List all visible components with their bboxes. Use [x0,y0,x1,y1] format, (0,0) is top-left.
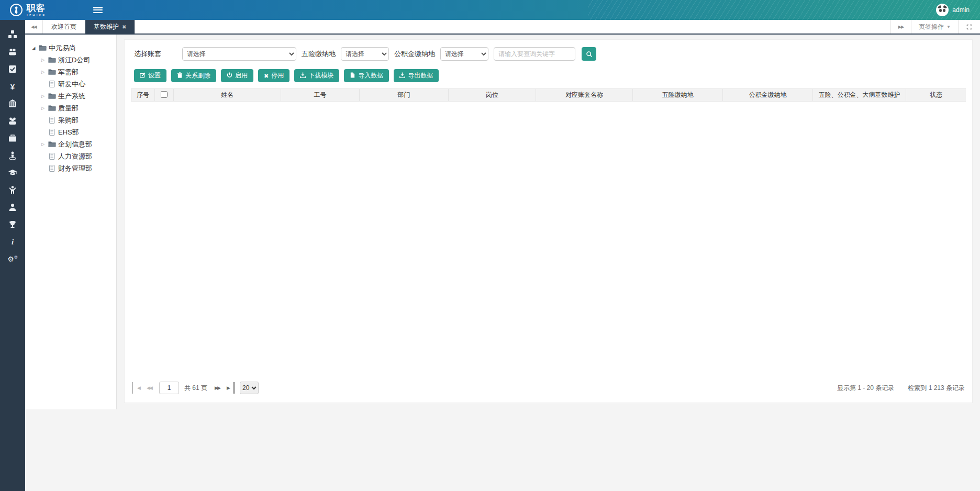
tree-item-企划信息部[interactable]: ▷企划信息部 [30,138,116,150]
tree-collapse-icon[interactable]: ▷ [40,142,46,147]
tree-item-label: EHS部 [58,128,79,137]
关系删除-button[interactable]: 关系删除 [171,69,216,82]
导入数据-button[interactable]: 导入数据 [344,69,389,82]
yen-icon[interactable]: ¥ [8,82,17,91]
trash-icon [177,72,183,80]
page-size-select[interactable]: 20 [240,382,259,394]
chevron-down-icon: ▼ [946,25,951,29]
启用-button[interactable]: 启用 [221,69,253,82]
tab-基数维护[interactable]: 基数维护✖ [85,20,135,34]
tree-item-label: 财务管理部 [58,164,92,173]
col-header-1: 姓名 [174,89,281,102]
设置-button[interactable]: 设置 [134,69,166,82]
street-view-icon[interactable] [8,151,17,160]
last-page-button[interactable]: ▶ [223,382,235,394]
tree-item-军需部[interactable]: ▷军需部 [30,66,116,78]
停用-button[interactable]: ✖停用 [258,69,289,82]
button-label: 下载模块 [308,71,333,80]
hamburger-icon[interactable] [93,7,103,13]
child-icon[interactable] [8,186,17,194]
select-all-checkbox[interactable] [161,91,168,98]
tree-item-label: 军需部 [58,68,79,77]
col-header-5: 对应账套名称 [536,89,633,102]
page-number-input[interactable] [159,382,179,394]
tree-item-label: 质量部 [58,104,79,113]
sitemap-icon[interactable] [8,30,17,39]
account-select[interactable]: 请选择 [182,47,296,61]
button-label: 导出数据 [408,71,433,80]
top-header: 职客 IZHIKE admin [0,0,980,20]
check-square-icon[interactable] [8,65,17,73]
records-found-label: 检索到 1 213 条记录 [908,384,965,393]
folder-icon [48,141,56,148]
tab-欢迎首页[interactable]: 欢迎首页 [43,20,85,34]
folder-icon [48,69,56,75]
tree-item-EHS部[interactable]: EHS部 [30,126,116,138]
team-icon[interactable] [8,48,17,56]
button-label: 停用 [271,71,284,80]
tabs-scroll-right-icon[interactable]: ▶▶ [890,20,911,34]
briefcase-icon[interactable] [8,134,17,142]
logo-subtext: IZHIKE [27,14,46,17]
tree-item-人力资源部[interactable]: 人力资源部 [30,150,116,162]
pagination-bar: ◀ ◀◀ 共 61 页 ▶▶ ▶ 20 显示第 1 - 20 条记录 检索到 1… [125,375,972,403]
col-header-8: 五险、公积金、大病基数维护 [813,89,906,102]
button-label: 导入数据 [358,71,383,80]
filter-bar: 选择账套 请选择 五险缴纳地 请选择 公积金缴纳地 请选择 [125,40,972,64]
col-header-3: 部门 [360,89,449,102]
account-filter-label: 选择账套 [134,49,161,59]
export-icon [399,72,405,80]
main-panel: 选择账套 请选择 五险缴纳地 请选择 公积金缴纳地 请选择 设置关系删除启用✖停… [124,39,973,403]
fund-place-select[interactable]: 请选择 [440,47,488,61]
info-icon[interactable]: i [8,238,17,246]
folder-icon [48,93,56,99]
search-input[interactable] [494,47,575,61]
edit-icon [140,72,146,80]
tree-item-label: 生产系统 [58,92,85,101]
tree-collapse-icon[interactable]: ▷ [40,106,46,110]
tree-collapse-icon[interactable]: ▷ [40,94,46,98]
avatar[interactable] [936,4,949,16]
folder-icon [48,105,56,111]
group-icon[interactable] [8,117,17,125]
employee-table: 序号姓名工号部门岗位对应账套名称五险缴纳地公积金缴纳地五险、公积金、大病基数维护… [131,88,966,102]
bank-icon[interactable] [8,99,17,108]
col-header-7: 公积金缴纳地 [723,89,813,102]
logo-circle-tie-icon [9,3,23,17]
graduation-cap-icon[interactable] [8,169,17,177]
next-page-button[interactable]: ▶▶ [211,382,223,394]
col-header-checkbox [155,89,174,102]
button-label: 启用 [235,71,248,80]
stop-icon: ✖ [264,72,269,80]
tab-operations-dropdown[interactable]: 页签操作▼ [911,20,958,34]
tabs-scroll-left-icon[interactable]: ◀◀ [25,20,43,34]
org-tree-panel: ◢中元易尚▷浙江D公司▷军需部研发中心▷生产系统▷质量部采购部EHS部▷企划信息… [25,35,117,409]
tree-expand-icon[interactable]: ◢ [30,46,37,51]
tab-close-icon[interactable]: ✖ [122,24,126,30]
search-button[interactable] [582,47,596,61]
first-page-button[interactable]: ◀ [132,382,143,394]
tree-item-生产系统[interactable]: ▷生产系统 [30,90,116,102]
下载模块-button[interactable]: 下载模块 [294,69,339,82]
tree-item-label: 采购部 [58,116,79,125]
app-logo: 职客 IZHIKE [0,3,79,17]
col-header-index: 序号 [131,89,155,102]
tree-item-质量部[interactable]: ▷质量部 [30,102,116,114]
导出数据-button[interactable]: 导出数据 [394,69,439,82]
fullscreen-icon[interactable] [958,20,980,34]
user-icon[interactable] [8,203,17,211]
insurance-place-select[interactable]: 请选择 [341,47,389,61]
tree-item-浙江D公司[interactable]: ▷浙江D公司 [30,54,116,66]
tree-collapse-icon[interactable]: ▷ [40,58,46,62]
tree-collapse-icon[interactable]: ▷ [40,70,46,74]
tree-item-财务管理部[interactable]: 财务管理部 [30,162,116,174]
total-pages-label: 共 61 页 [184,384,207,393]
tree-item-研发中心[interactable]: 研发中心 [30,78,116,90]
tree-item-采购部[interactable]: 采购部 [30,114,116,126]
col-header-2: 工号 [281,89,360,102]
prev-page-button[interactable]: ◀◀ [143,382,155,394]
cogs-icon[interactable]: ⚙⚙ [8,255,17,263]
trophy-icon[interactable] [8,220,17,229]
tree-root-item[interactable]: ◢中元易尚 [30,42,116,54]
username-label[interactable]: admin [952,6,970,14]
